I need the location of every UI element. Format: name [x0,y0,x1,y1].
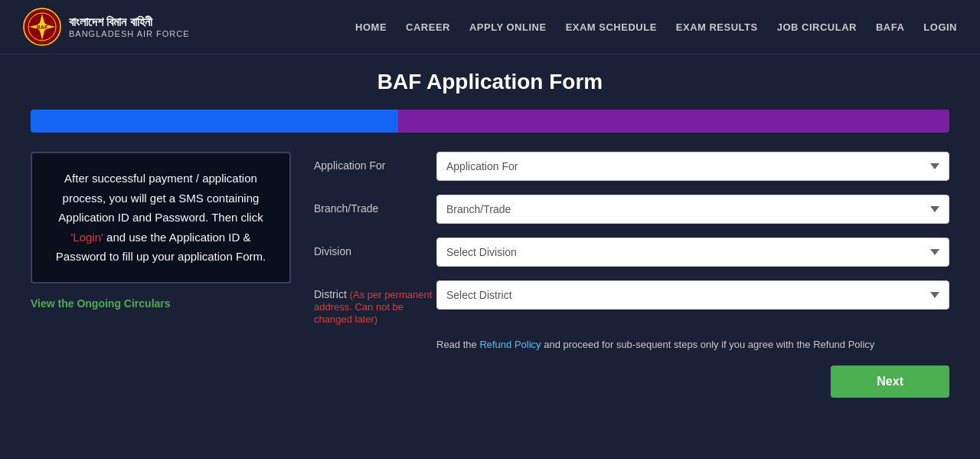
right-panel: Application For Application For Branch/T… [314,152,949,398]
branch-trade-group: Branch/Trade Branch/Trade [314,195,949,224]
progress-bar [31,110,949,133]
division-label: Division [314,238,436,257]
nav-bafa[interactable]: BAFA [876,21,904,33]
nav-job-circular[interactable]: JOB CIRCULAR [777,21,857,33]
application-for-group: Application For Application For [314,152,949,181]
nav-career[interactable]: CAREER [406,21,450,33]
main-content: BAF Application Form After successful pa… [0,54,980,421]
application-for-select[interactable]: Application For [436,152,949,181]
logo-english: BANGLADESH AIR FORCE [69,29,190,38]
svg-text:BAF: BAF [37,25,48,30]
nav-exam-results[interactable]: EXAM RESULTS [676,21,758,33]
form-area: After successful payment / application p… [31,152,949,398]
main-nav: HOME CAREER APPLY ONLINE EXAM SCHEDULE E… [355,21,957,33]
district-group: District (As per permanent address. Can … [314,280,949,325]
logo-area: BAF বাংলাদেশ বিমান বাহিনী BANGLADESH AIR… [23,8,190,46]
nav-apply-online[interactable]: APPLY ONLINE [469,21,547,33]
page-title: BAF Application Form [31,70,949,94]
next-button[interactable]: Next [831,366,949,398]
view-circulars-link[interactable]: View the Ongoing Circulars [31,297,291,310]
left-panel: After successful payment / application p… [31,152,291,398]
progress-step-1 [31,110,398,133]
logo-bangla: বাংলাদেশ বিমান বাহিনী [69,15,190,29]
info-box: After successful payment / application p… [31,152,291,284]
header: BAF বাংলাদেশ বিমান বাহিনী BANGLADESH AIR… [0,0,980,54]
branch-trade-label: Branch/Trade [314,195,436,215]
info-text: After successful payment / application p… [51,169,270,267]
nav-login[interactable]: LOGIN [923,21,957,33]
nav-exam-schedule[interactable]: EXAM SCHEDULE [566,21,657,33]
nav-home[interactable]: HOME [355,21,387,33]
branch-trade-select[interactable]: Branch/Trade [436,195,949,224]
refund-policy-text: Read the Refund Policy and proceed for s… [314,339,949,350]
next-button-row: Next [314,366,949,398]
progress-step-2 [398,110,949,133]
application-for-label: Application For [314,152,436,172]
refund-policy-link[interactable]: Refund Policy [479,339,541,350]
division-group: Division Select Division [314,238,949,267]
district-label: District (As per permanent address. Can … [314,280,436,325]
logo-text-area: বাংলাদেশ বিমান বাহিনী BANGLADESH AIR FOR… [69,15,190,38]
login-highlight: 'Login' [70,231,103,244]
district-select[interactable]: Select District [436,280,949,310]
logo-emblem: BAF [23,8,61,46]
division-select[interactable]: Select Division [436,238,949,267]
